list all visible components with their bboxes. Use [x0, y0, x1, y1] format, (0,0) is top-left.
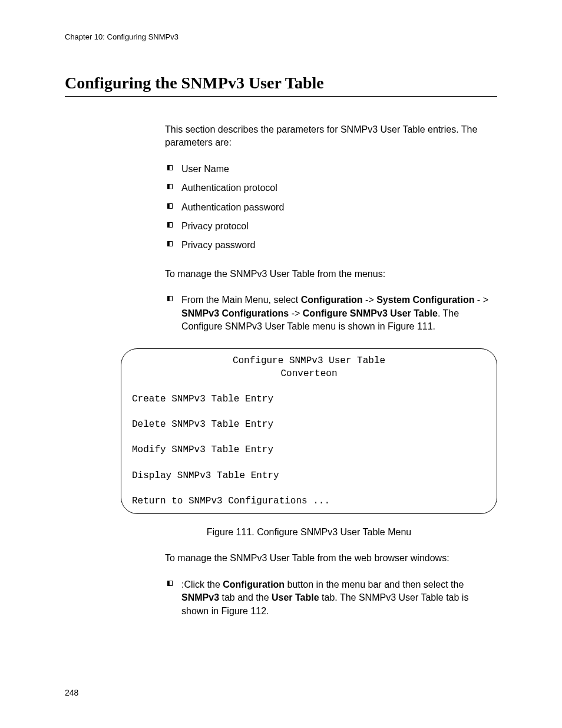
nav-bold: User Table — [272, 592, 319, 602]
menu-item: Return to SNMPv3 Configurations ... — [132, 496, 330, 506]
menu-item: Delete SNMPv3 Table Entry — [132, 419, 273, 430]
nav-bold: SNMPv3 Configurations — [181, 308, 289, 318]
parameter-list: User Name Authentication protocol Authen… — [165, 163, 497, 252]
figure-caption: Figure 111. Configure SNMPv3 User Table … — [121, 527, 497, 538]
section-title: Configuring the SNMPv3 User Table — [65, 74, 497, 97]
menu-subtitle: Converteon — [132, 368, 486, 381]
page-number: 248 — [65, 688, 78, 697]
list-item: Privacy password — [165, 239, 497, 252]
running-header: Chapter 10: Configuring SNMPv3 — [65, 32, 497, 41]
list-item: :Click the Configuration button in the m… — [165, 578, 497, 618]
nav-bold: Configuration — [223, 579, 285, 589]
nav-bold: Configure SNMPv3 User Table — [303, 308, 438, 318]
menu-title: Configure SNMPv3 User Table — [132, 355, 486, 368]
nav-text: From the Main Menu, select — [181, 295, 301, 305]
list-item: Authentication protocol — [165, 182, 497, 195]
nav-text: :Click the — [181, 579, 223, 589]
nav-text: -> — [363, 295, 377, 305]
list-item: Privacy protocol — [165, 220, 497, 233]
terminal-menu-box: Configure SNMPv3 User TableConverteon Cr… — [121, 348, 497, 514]
list-item: From the Main Menu, select Configuration… — [165, 294, 497, 333]
manage-web-intro: To manage the SNMPv3 User Table from the… — [165, 552, 497, 565]
menu-item: Modify SNMPv3 Table Entry — [132, 444, 273, 455]
manage-menu-intro: To manage the SNMPv3 User Table from the… — [165, 268, 497, 281]
list-item: Authentication password — [165, 201, 497, 214]
nav-bold: Configuration — [301, 295, 363, 305]
nav-text: tab and the — [219, 592, 272, 602]
web-nav-list: :Click the Configuration button in the m… — [165, 578, 497, 618]
list-item: User Name — [165, 163, 497, 176]
nav-text: button in the menu bar and then select t… — [285, 579, 464, 589]
nav-bold: System Configuration — [376, 295, 474, 305]
menu-item: Create SNMPv3 Table Entry — [132, 394, 273, 404]
nav-text: -> — [289, 308, 303, 318]
nav-bold: SNMPv3 — [181, 592, 219, 602]
nav-text: - > — [474, 295, 488, 305]
menu-nav-list: From the Main Menu, select Configuration… — [165, 294, 497, 333]
intro-paragraph: This section describes the parameters fo… — [165, 123, 497, 150]
menu-item: Display SNMPv3 Table Entry — [132, 470, 279, 481]
